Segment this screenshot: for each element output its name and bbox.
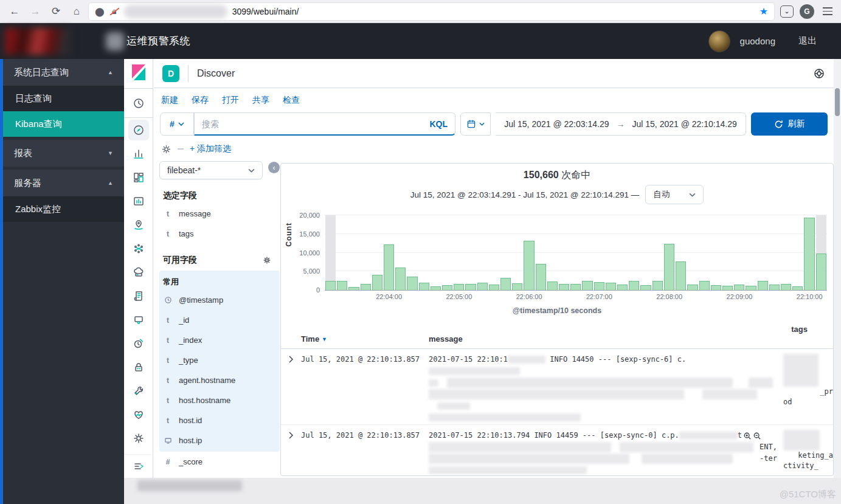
time-column-header[interactable]: Time▼ [301, 334, 327, 343]
open-button[interactable]: 打开 [222, 95, 239, 106]
logs-icon[interactable] [124, 284, 153, 308]
user-avatar[interactable] [708, 30, 730, 52]
histogram-bar[interactable] [523, 215, 535, 290]
kql-language-button[interactable]: KQL [429, 119, 448, 129]
share-button[interactable]: 共享 [252, 95, 269, 106]
field-agent.hostname[interactable]: tagent.hostname [159, 370, 280, 390]
url-text[interactable]: 3099/webui/main/ [232, 7, 299, 16]
histogram-bar[interactable] [769, 215, 780, 290]
security-icon[interactable] [124, 355, 153, 379]
field-host.hostname[interactable]: thost.hostname [159, 390, 280, 410]
refresh-button[interactable]: 刷新 [751, 112, 828, 136]
histogram-bar[interactable] [336, 215, 348, 290]
histogram-bar[interactable] [640, 215, 651, 290]
histogram-bar[interactable] [360, 215, 372, 290]
histogram-bar[interactable] [687, 215, 698, 290]
menu-icon[interactable] [820, 5, 835, 17]
add-filter-link[interactable]: + 添加筛选 [190, 143, 231, 154]
nav-item-1[interactable]: 日志查询 [3, 86, 124, 111]
bookmark-star-icon[interactable]: ★ [760, 5, 768, 17]
reload-icon[interactable]: ⟳ [47, 3, 64, 20]
histogram-bar[interactable] [383, 215, 395, 290]
uptime-icon[interactable] [124, 331, 153, 355]
new-button[interactable]: 新建 [161, 95, 178, 106]
histogram-bar[interactable] [605, 215, 617, 290]
histogram-bar[interactable] [570, 215, 581, 290]
date-picker-button[interactable] [460, 112, 491, 136]
insecure-lock-icon[interactable]: 🔒︎ [109, 6, 119, 17]
histogram-bar[interactable] [441, 215, 453, 290]
histogram-bar[interactable] [511, 215, 523, 290]
canvas-icon[interactable] [124, 189, 153, 213]
scrollbar-thumb[interactable] [835, 88, 840, 116]
histogram-bar[interactable] [465, 215, 476, 290]
histogram-bar[interactable] [699, 215, 710, 290]
histogram-bar[interactable] [757, 215, 769, 290]
nav-item-5[interactable]: Zabbix监控 [3, 196, 124, 222]
field-host.ip[interactable]: host.ip [159, 430, 280, 450]
histogram-bar[interactable] [372, 215, 383, 290]
discover-icon[interactable] [124, 118, 153, 142]
time-range[interactable]: Jul 15, 2021 @ 22:03:14.29 → Jul 15, 202… [496, 112, 746, 136]
histogram-bar[interactable] [675, 215, 687, 290]
shield-icon[interactable]: ⬤︎ [95, 7, 105, 16]
search-input[interactable] [202, 119, 429, 129]
metrics-icon[interactable] [124, 260, 153, 284]
monitoring-icon[interactable] [124, 402, 153, 426]
inspect-button[interactable]: 检查 [283, 95, 300, 106]
histogram-bar[interactable] [733, 215, 745, 290]
histogram-bar[interactable] [547, 215, 558, 290]
histogram-bar[interactable] [815, 215, 827, 290]
histogram-bar[interactable] [325, 215, 336, 290]
expand-row-icon[interactable] [281, 430, 301, 476]
index-pattern-select[interactable]: filebeat-* [159, 161, 263, 179]
collapse-menu-icon[interactable] [124, 454, 153, 478]
scrollbar-track[interactable] [834, 59, 841, 478]
histogram[interactable]: Count 05,00010,00015,00020,000 22:04:002… [325, 215, 827, 291]
url-bar[interactable]: ⬤︎ 🔒︎ 3099/webui/main/ ★ [89, 3, 774, 20]
histogram-bar[interactable] [500, 215, 511, 290]
histogram-bar[interactable] [535, 215, 547, 290]
expand-row-icon[interactable] [281, 354, 301, 421]
field-_index[interactable]: t_index [159, 330, 280, 350]
home-icon[interactable]: ⌂ [68, 3, 85, 20]
histogram-bar[interactable] [617, 215, 628, 290]
histogram-bar[interactable] [780, 215, 792, 290]
histogram-bar[interactable] [722, 215, 733, 290]
saved-query-button[interactable]: # [160, 112, 194, 136]
nav-item-3[interactable]: 报表▼ [3, 140, 124, 167]
histogram-bar[interactable] [477, 215, 488, 290]
field-tags[interactable]: ttags [159, 224, 280, 244]
field-message[interactable]: tmessage [159, 204, 280, 224]
filter-for-value-icon[interactable] [743, 432, 752, 440]
kibana-logo-icon[interactable] [124, 59, 153, 89]
nav-item-2[interactable]: Kibana查询 [3, 111, 124, 137]
profile-avatar[interactable]: G [800, 4, 814, 19]
histogram-bar[interactable] [488, 215, 500, 290]
machine-learning-icon[interactable] [124, 236, 153, 260]
pocket-icon[interactable]: ⌄ [780, 5, 794, 18]
histogram-bar[interactable] [710, 215, 722, 290]
histogram-bar[interactable] [406, 215, 418, 290]
histogram-bar[interactable] [628, 215, 640, 290]
logout-button[interactable]: 退出 [798, 35, 817, 47]
histogram-bar[interactable] [652, 215, 663, 290]
interval-select[interactable]: 自动 [645, 185, 704, 204]
histogram-bar[interactable] [418, 215, 430, 290]
histogram-bar[interactable] [348, 215, 359, 290]
dev-tools-icon[interactable] [124, 379, 153, 402]
filter-out-value-icon[interactable] [753, 432, 761, 440]
dashboard-icon[interactable] [124, 165, 153, 189]
field-host.id[interactable]: thost.id [159, 410, 280, 430]
histogram-bar[interactable] [395, 215, 406, 290]
histogram-bar[interactable] [453, 215, 465, 290]
field-@timestamp[interactable]: @timestamp [159, 290, 280, 310]
histogram-bar[interactable] [803, 215, 815, 290]
recently-viewed-icon[interactable] [124, 89, 153, 118]
field-_score[interactable]: #_score [159, 452, 280, 472]
field-_type[interactable]: t_type [159, 350, 280, 370]
nav-item-0[interactable]: 系统日志查询▲ [3, 59, 124, 86]
forward-icon[interactable]: → [27, 3, 44, 20]
histogram-bar[interactable] [663, 215, 675, 290]
histogram-bar[interactable] [581, 215, 593, 290]
